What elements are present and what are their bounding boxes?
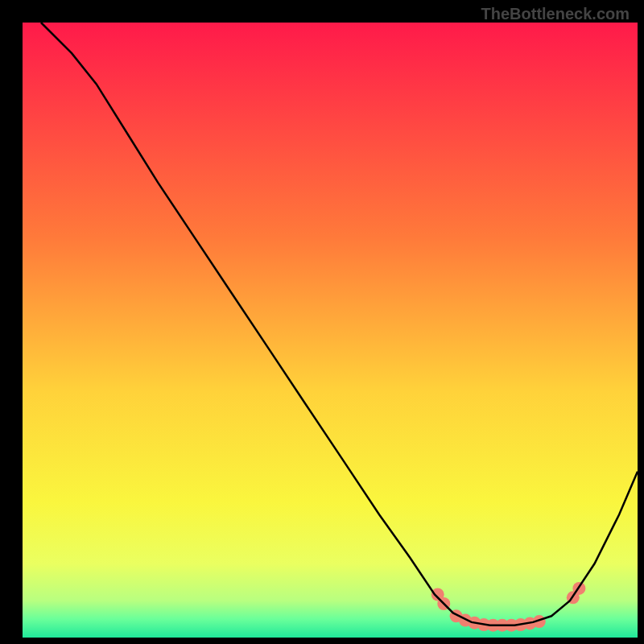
chart-svg (0, 0, 644, 644)
chart-container: TheBottleneck.com (0, 0, 644, 644)
watermark-text: TheBottleneck.com (481, 5, 630, 23)
